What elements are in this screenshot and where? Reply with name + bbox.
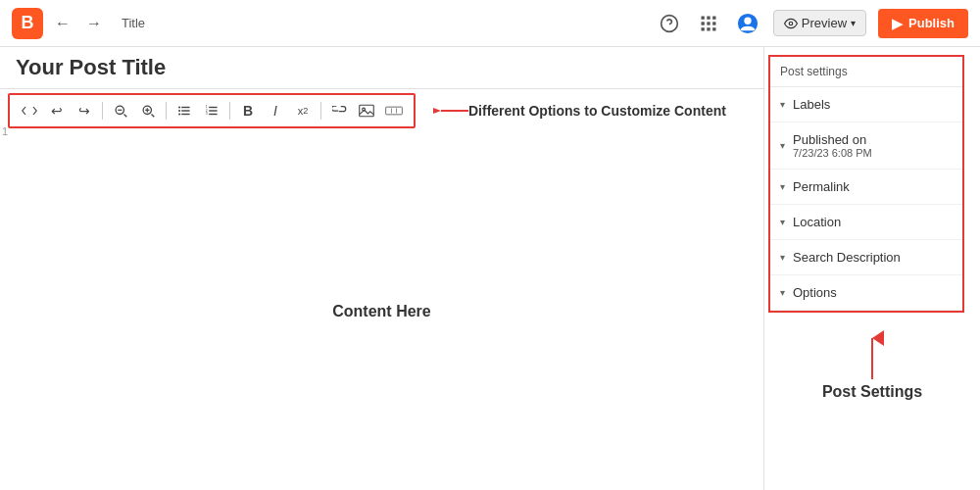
publish-button[interactable]: ▶ Publish xyxy=(878,9,968,38)
list-icon xyxy=(177,104,191,118)
right-panel: Post settings ▾ Labels ▾ Published on 7/… xyxy=(764,47,980,490)
toolbar-sep-4 xyxy=(320,102,321,120)
post-settings-annotation: Post Settings xyxy=(768,330,976,401)
sidebar-item-options[interactable]: ▾ Options xyxy=(770,275,962,311)
image-icon xyxy=(359,104,374,118)
line-number: 1 xyxy=(2,125,8,137)
editor-area: ↩ ↪ xyxy=(0,47,764,490)
svg-rect-3 xyxy=(707,16,710,19)
svg-rect-10 xyxy=(712,27,715,30)
svg-point-25 xyxy=(178,110,180,112)
toolbar-zoom-out-btn[interactable] xyxy=(109,99,132,122)
ordered-list-icon: 1 2 3 xyxy=(205,104,219,118)
svg-rect-29 xyxy=(209,114,217,115)
svg-rect-21 xyxy=(181,107,189,108)
svg-text:3: 3 xyxy=(206,112,208,116)
chevron-location: ▾ xyxy=(780,217,785,227)
code-icon xyxy=(22,104,37,118)
toolbar-bold-btn[interactable]: B xyxy=(236,99,260,122)
chevron-options: ▾ xyxy=(780,287,785,298)
top-bar-left: B ← → Title xyxy=(12,8,145,39)
svg-point-24 xyxy=(178,106,180,108)
grid-button[interactable] xyxy=(695,10,722,37)
toolbar-list-btn[interactable] xyxy=(172,99,196,122)
toolbar-link-btn[interactable] xyxy=(327,99,351,122)
sidebar-item-search-description[interactable]: ▾ Search Description xyxy=(770,240,962,275)
toolbar-sep-3 xyxy=(229,102,230,120)
toolbar-zoom-in-btn[interactable] xyxy=(136,99,160,122)
link-icon xyxy=(332,106,347,116)
svg-rect-5 xyxy=(701,22,704,24)
sidebar-item-location[interactable]: ▾ Location xyxy=(770,205,962,240)
chevron-search-description: ▾ xyxy=(780,252,785,263)
toolbar-superscript-btn[interactable]: x2 xyxy=(291,99,315,122)
back-button[interactable]: ← xyxy=(51,11,74,36)
svg-rect-35 xyxy=(386,107,403,115)
toolbar-more-btn[interactable] xyxy=(382,99,406,122)
sidebar-item-published-on[interactable]: ▾ Published on 7/23/23 6:08 PM xyxy=(770,122,962,170)
svg-rect-27 xyxy=(209,107,217,108)
forward-button[interactable]: → xyxy=(82,11,106,36)
post-title-input[interactable] xyxy=(16,55,748,80)
toolbar-code-btn[interactable] xyxy=(18,99,41,122)
post-settings-up-arrow xyxy=(860,330,884,379)
toolbar-ordered-list-btn[interactable]: 1 2 3 xyxy=(200,99,223,122)
svg-rect-2 xyxy=(701,16,704,19)
publish-icon: ▶ xyxy=(892,16,903,31)
svg-line-15 xyxy=(124,115,127,118)
chevron-published-on: ▾ xyxy=(780,140,785,151)
title-label: Title xyxy=(122,16,145,30)
preview-button[interactable]: Preview ▾ xyxy=(773,10,866,36)
top-bar: B ← → Title xyxy=(0,0,980,47)
preview-dropdown-arrow: ▾ xyxy=(851,18,856,28)
eye-icon xyxy=(784,17,798,30)
toolbar-italic-btn[interactable]: I xyxy=(264,99,287,122)
toolbar-sep-2 xyxy=(166,102,167,120)
blogger-logo[interactable]: B xyxy=(12,8,43,39)
content-placeholder: Content Here xyxy=(332,303,430,320)
help-button[interactable] xyxy=(656,10,683,37)
svg-rect-7 xyxy=(712,22,715,24)
post-settings-label: Post Settings xyxy=(822,383,922,401)
sidebar-item-labels[interactable]: ▾ Labels xyxy=(770,87,962,122)
chevron-labels: ▾ xyxy=(780,99,785,110)
toolbar-undo-btn[interactable]: ↩ xyxy=(45,99,69,122)
toolbar-annotation-text: Different Options to Customize Content xyxy=(468,103,726,119)
svg-point-12 xyxy=(744,17,751,24)
svg-point-13 xyxy=(789,22,793,25)
svg-rect-22 xyxy=(181,110,189,111)
svg-line-18 xyxy=(152,115,155,118)
toolbar-image-btn[interactable] xyxy=(355,99,378,122)
svg-rect-23 xyxy=(181,114,189,115)
toolbar-redo-btn[interactable]: ↪ xyxy=(73,99,96,122)
chevron-permalink: ▾ xyxy=(780,181,785,192)
main-container: ↩ ↪ xyxy=(0,47,980,490)
more-icon xyxy=(385,104,403,118)
svg-rect-9 xyxy=(707,27,710,30)
svg-rect-8 xyxy=(701,27,704,30)
account-button[interactable] xyxy=(734,10,761,37)
sidebar-item-permalink[interactable]: ▾ Permalink xyxy=(770,170,962,205)
content-area[interactable]: Content Here xyxy=(0,132,763,490)
toolbar-annotation-arrow xyxy=(433,101,468,121)
toolbar-annotation: Different Options to Customize Content xyxy=(433,101,726,121)
svg-rect-28 xyxy=(209,110,217,111)
title-row xyxy=(0,47,763,89)
svg-rect-6 xyxy=(707,22,710,24)
zoom-in-icon xyxy=(141,104,155,118)
top-bar-right: Preview ▾ ▶ Publish xyxy=(656,9,968,38)
svg-rect-33 xyxy=(360,105,374,117)
svg-rect-4 xyxy=(712,16,715,19)
svg-point-26 xyxy=(178,113,180,115)
editor-toolbar: ↩ ↪ xyxy=(8,93,416,128)
toolbar-sep-1 xyxy=(102,102,103,120)
post-settings-header: Post settings xyxy=(770,57,962,87)
post-settings-panel: Post settings ▾ Labels ▾ Published on 7/… xyxy=(768,55,964,313)
zoom-out-icon xyxy=(114,104,127,118)
